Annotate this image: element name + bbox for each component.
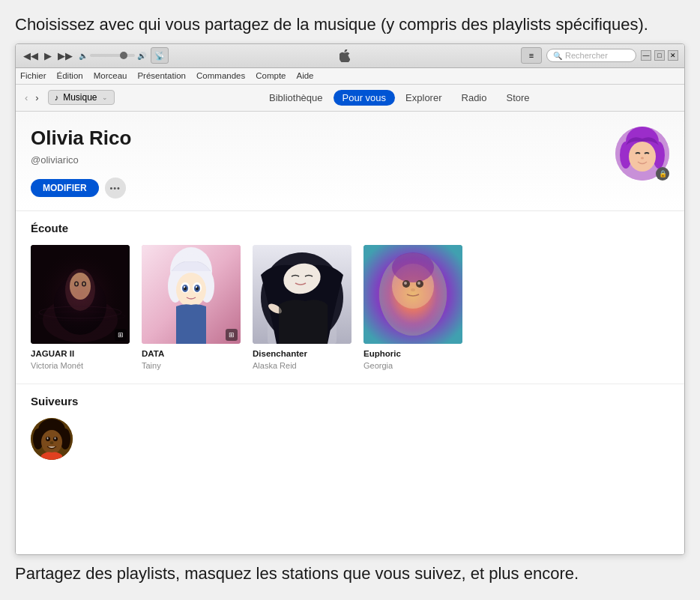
album-title-disenchant: Disenchanter [253,348,351,360]
album-badge-jaguar: ⊞ [115,329,127,341]
album-item-jaguar: ⊞ JAGUAR II Victoria Monét [31,245,130,370]
tab-bibliotheque[interactable]: Bibliothèque [260,90,332,106]
album-item-data: ⊞ DATA Tainy [142,245,241,370]
album-artist-jaguar: Victoria Monét [31,361,130,370]
more-options-button[interactable]: ••• [105,178,126,199]
album-title-jaguar: JAGUAR II [31,348,130,360]
menu-compte[interactable]: Compte [256,71,286,80]
follower-avatar[interactable] [31,418,73,460]
svg-point-23 [176,273,206,307]
apple-logo [173,49,516,62]
nav-back-arrow[interactable]: ‹ [22,91,31,105]
tab-explorer[interactable]: Explorer [396,90,450,106]
playback-controls: ◀◀ ▶ ▶▶ [22,50,74,61]
window-controls: — □ ✕ [641,50,678,61]
list-view-button[interactable]: ≡ [521,47,542,64]
album-cover-disenchant[interactable] [253,245,351,344]
bottom-instruction-text: Partagez des playlists, masquez les stat… [15,563,685,585]
ecoute-section-title: Écoute [31,222,669,234]
main-content: Olivia Rico @oliviarico MODIFIER ••• [16,112,684,555]
fastforward-button[interactable]: ▶▶ [56,50,74,61]
menu-presentation[interactable]: Présentation [137,71,186,80]
album-artist-data: Tainy [142,361,241,370]
album-cover-data[interactable]: ⊞ [142,245,241,344]
album-title-data: DATA [142,348,241,360]
nav-tabs: Bibliothèque Pour vous Explorer Radio St… [121,90,678,106]
album-title-euphoric: Euphoric [363,348,462,360]
svg-point-30 [184,285,185,288]
top-instruction-text: Choisissez avec qui vous partagez de la … [15,13,685,36]
profile-info: Olivia Rico @oliviarico MODIFIER ••• [31,127,131,199]
svg-point-55 [47,437,49,439]
album-artist-disenchant: Alaska Reid [253,361,351,370]
svg-point-4 [629,142,656,172]
volume-slider[interactable]: 🔈 🔊 [79,52,146,60]
modify-button[interactable]: MODIFIER [31,179,99,197]
svg-point-57 [50,441,54,444]
ecoute-section: Écoute [16,211,684,384]
album-item-euphoric: Euphoric Georgia [363,245,462,370]
nav-bar: ‹ › ♪ Musique ⌄ Bibliothèque Pour vous E… [16,85,684,112]
menu-morceau[interactable]: Morceau [94,71,127,80]
albums-grid: ⊞ JAGUAR II Victoria Monét [31,245,669,370]
tab-pour-vous[interactable]: Pour vous [334,90,396,106]
tab-radio[interactable]: Radio [453,90,496,106]
album-cover-jaguar[interactable]: ⊞ [31,245,130,344]
followers-section-title: Suiveurs [31,395,669,407]
followers-section: Suiveurs [16,384,684,472]
nav-arrows: ‹ › [22,91,42,105]
avatar: 🔒 [615,127,669,181]
minimize-button[interactable]: — [641,50,651,61]
rewind-button[interactable]: ◀◀ [22,50,40,61]
maximize-button[interactable]: □ [654,50,665,61]
profile-handle: @oliviarico [31,154,131,166]
svg-rect-47 [363,245,462,344]
svg-point-5 [641,157,644,159]
profile-name: Olivia Rico [31,127,131,150]
source-selector[interactable]: ♪ Musique ⌄ [48,90,115,105]
menu-edition[interactable]: Édition [57,71,83,80]
svg-point-31 [196,285,197,288]
nav-forward-arrow[interactable]: › [32,91,41,105]
menu-bar: Fichier Édition Morceau Présentation Com… [16,68,684,85]
itunes-window: ◀◀ ▶ ▶▶ 🔈 🔊 📡 ≡ 🔍 Rechercher [15,43,685,556]
album-artist-euphoric: Georgia [363,361,462,370]
menu-aide[interactable]: Aide [297,71,314,80]
play-button[interactable]: ▶ [43,50,53,61]
svg-point-56 [55,437,56,439]
avatar-lock-icon: 🔒 [656,167,669,181]
tab-store[interactable]: Store [497,90,538,106]
close-button[interactable]: ✕ [668,50,678,61]
profile-actions: MODIFIER ••• [31,178,131,199]
title-bar-right: ≡ 🔍 Rechercher — □ ✕ [521,47,678,64]
menu-fichier[interactable]: Fichier [20,71,46,80]
album-cover-euphoric[interactable] [363,245,462,344]
title-bar: ◀◀ ▶ ▶▶ 🔈 🔊 📡 ≡ 🔍 Rechercher [16,44,684,68]
album-item-disenchant: Disenchanter Alaska Reid [253,245,351,370]
profile-section: Olivia Rico @oliviarico MODIFIER ••• [16,112,684,211]
airplay-button[interactable]: 📡 [151,47,169,64]
search-box[interactable]: 🔍 Rechercher [546,49,636,62]
album-badge-data: ⊞ [226,329,238,341]
menu-commandes[interactable]: Commandes [196,71,245,80]
